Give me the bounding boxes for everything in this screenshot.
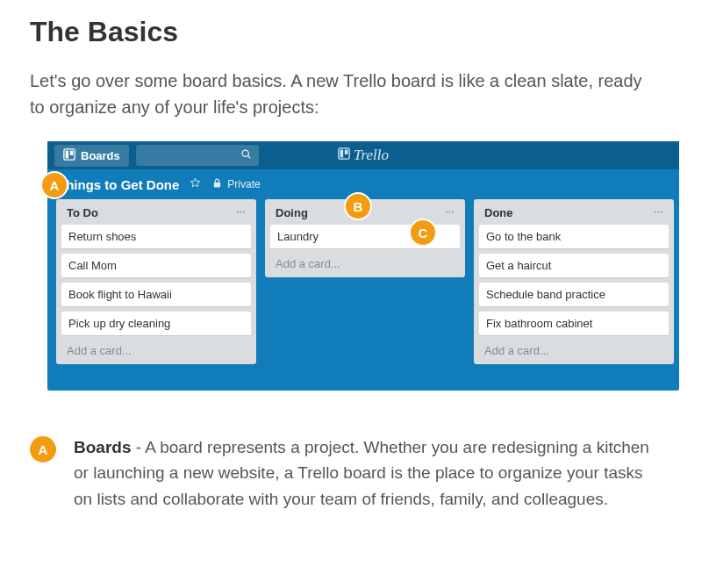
add-card-link[interactable]: Add a card... (270, 254, 460, 272)
callout-badge-c: C (411, 220, 435, 245)
list-done: Done ⋯ Go to the bank Get a haircut Sche… (474, 199, 674, 364)
svg-rect-8 (214, 183, 220, 188)
search-icon (240, 147, 252, 163)
legend-body: A board represents a project. Whether yo… (74, 438, 649, 508)
card[interactable]: Return shoes (61, 225, 251, 249)
legend-row: A Boards - A board represents a project.… (30, 434, 662, 512)
list-todo: To Do ⋯ Return shoes Call Mom Book fligh… (56, 199, 256, 364)
svg-rect-1 (66, 150, 69, 158)
lists-container: To Do ⋯ Return shoes Call Mom Book fligh… (47, 199, 679, 391)
list-menu-icon[interactable]: ⋯ (654, 207, 663, 219)
card[interactable]: Call Mom (61, 254, 251, 278)
lock-icon (211, 176, 223, 192)
card[interactable]: Fix bathroom cabinet (479, 312, 669, 336)
boards-button[interactable]: Boards (54, 145, 129, 167)
trello-logo: Trello (338, 147, 389, 164)
list-title[interactable]: To Do (67, 206, 98, 219)
list-menu-icon[interactable]: ⋯ (445, 207, 455, 219)
legend-sep: - (131, 438, 145, 456)
card[interactable]: Schedule band practice (479, 283, 669, 307)
card[interactable]: Pick up dry cleaning (61, 312, 251, 336)
callout-badge-a: A (42, 173, 67, 197)
search-input[interactable] (136, 145, 259, 166)
boards-icon (63, 148, 75, 163)
page-title: The Basics (30, 16, 693, 48)
list-menu-icon[interactable]: ⋯ (236, 207, 246, 219)
legend-badge-a: A (30, 436, 56, 463)
card[interactable]: Book flight to Hawaii (61, 283, 251, 307)
legend-term: Boards (74, 438, 131, 456)
svg-point-3 (242, 150, 248, 156)
privacy-label[interactable]: Private (227, 178, 260, 190)
star-icon[interactable] (190, 176, 201, 192)
list-title[interactable]: Doing (276, 206, 308, 219)
boards-button-label: Boards (81, 149, 120, 162)
trello-board-screenshot: Boards Trello Things to Get Done Private (47, 141, 679, 391)
card[interactable]: Go to the bank (479, 225, 669, 249)
callout-badge-b: B (346, 194, 370, 219)
svg-rect-2 (70, 150, 74, 154)
card[interactable]: Get a haircut (479, 254, 669, 278)
add-card-link[interactable]: Add a card... (479, 341, 669, 359)
intro-text: Let's go over some board basics. A new T… (30, 68, 644, 120)
list-title[interactable]: Done (484, 206, 513, 219)
svg-rect-6 (340, 150, 344, 158)
topbar: Boards Trello (47, 141, 679, 169)
svg-line-4 (247, 156, 250, 159)
add-card-link[interactable]: Add a card... (61, 341, 251, 359)
board-name[interactable]: Things to Get Done (58, 177, 179, 192)
trello-logo-icon (338, 147, 350, 164)
legend-text: Boards - A board represents a project. W… (74, 434, 662, 512)
trello-logo-text: Trello (354, 147, 389, 164)
svg-rect-7 (345, 150, 348, 154)
